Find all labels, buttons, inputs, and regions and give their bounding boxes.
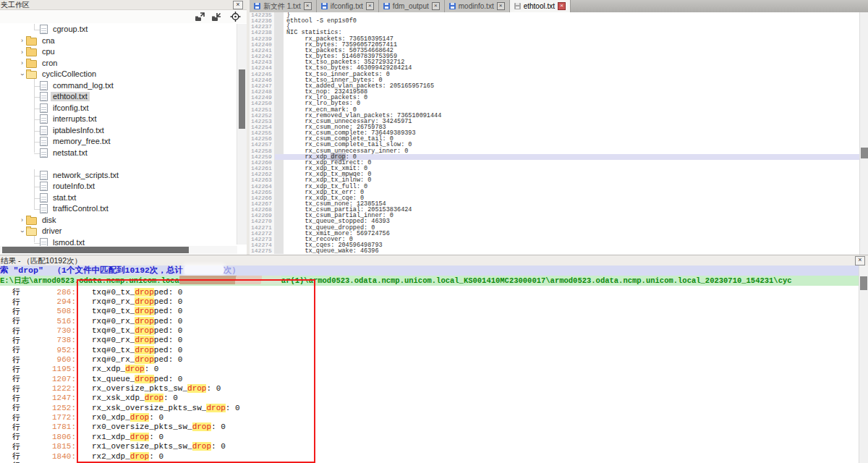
tree-item-cna[interactable]: ›cna [0,35,237,47]
result-rows: 行286:txq#0_tx_dropped: 0行294:rxq#0_rx_dr… [0,287,859,463]
tree-item-cgroup.txt[interactable]: cgroup.txt [0,24,237,35]
match-highlight: drop [130,433,149,441]
tab-close-icon[interactable]: × [497,2,505,10]
search-summary-line[interactable]: 索 "drop" （1个文件中匹配到10192次，总计次） [0,266,859,276]
row-line-number: 1772: [31,413,76,422]
chevron-collapsed-icon[interactable]: › [18,37,26,44]
row-line-number: 960: [31,355,76,364]
result-row[interactable]: 行286:txq#0_tx_dropped: 0 [0,287,859,297]
row-line-number: 738: [31,336,76,344]
results-close-button[interactable]: × [855,256,865,266]
row-line-number: 1806: [31,433,76,441]
tab-新文件 1.txt[interactable]: 新文件 1.txt× [250,0,317,12]
result-row[interactable]: 行1840:rx2_xdp_drop: 0 [0,451,859,461]
chevron-collapsed-icon[interactable]: › [18,59,26,67]
tab-close-icon[interactable]: × [366,2,374,10]
result-row[interactable]: 行1207:tx_queue_dropped: 0 [0,374,859,383]
match-highlight: drop [135,317,153,326]
result-row[interactable]: 行1781:rx0_oversize_pkts_sw_drop: 0 [0,422,859,432]
editor-line-text: { [284,24,859,30]
fold-margin [275,77,284,83]
editor-view[interactable]: 142235}142236ethtool -S enp1s0f0142237{1… [250,12,859,255]
tree-item-memory_free.txt[interactable]: memory_free.txt [0,136,237,148]
row-match-text: txq#0_tx_dropped: 0 [76,326,182,335]
result-row[interactable]: 行1222:rx_oversize_pkts_sw_drop: 0 [0,383,859,393]
fold-margin [275,201,284,207]
workspace-close-button[interactable]: × [233,1,243,9]
fold-margin [275,166,284,171]
tree-item-netstat.txt[interactable]: netstat.txt [0,148,237,159]
result-row[interactable]: 行960:rxq#0_rx_dropped: 0 [0,354,859,364]
tree-horizontal-scrollbar-thumb[interactable] [2,247,189,253]
tree-item-cpu[interactable]: ›cpu [0,46,237,58]
results-vertical-scrollbar[interactable] [859,266,868,463]
result-row[interactable]: 行516:rxq#0_rx_dropped: 0 [0,316,859,326]
tree-item-cron[interactable]: ›cron [0,58,237,69]
match-highlight: drop [135,297,153,306]
row-match-text: rx_xdp_drop: 0 [76,365,158,373]
tab-close-icon[interactable]: × [558,2,566,10]
file-icon [40,238,48,246]
chevron-expanded-icon[interactable]: › [19,70,26,78]
result-row[interactable]: 行508:txq#0_tx_dropped: 0 [0,307,859,316]
redaction-block [179,276,281,284]
chevron-collapsed-icon[interactable]: › [18,48,26,56]
result-row[interactable]: 行730:txq#0_tx_dropped: 0 [0,326,859,335]
tab-modinfo.txt[interactable]: modinfo.txt× [445,0,510,12]
result-row[interactable]: 行738:rxq#0_rx_dropped: 0 [0,336,859,345]
row-line-number: 952: [31,346,76,354]
editor-vertical-scrollbar[interactable] [859,12,868,255]
tree-item-routeInfo.txt[interactable]: routeInfo.txt [0,181,237,192]
result-row[interactable]: 行1772:rx0_xdp_drop: 0 [0,412,859,422]
row-match-text: rx1_oversize_pkts_sw_drop: 0 [76,442,226,451]
tab-close-icon[interactable]: × [432,2,440,10]
match-highlight: drop [206,404,225,412]
fold-margin [275,207,284,213]
editor-vertical-scrollbar-thumb[interactable] [861,148,868,158]
locate-file-icon[interactable] [229,11,242,22]
fold-margin [275,237,284,242]
workspace-tree: cgroup.txt›cna›cpu›cron›cyclicCollection… [0,24,237,246]
fold-margin [275,95,284,101]
folder-icon [26,228,37,236]
tree-item-network_scripts.txt[interactable]: network_scripts.txt [0,170,237,182]
tree-item-ifconfig.txt[interactable]: ifconfig.txt [0,103,237,114]
collapse-all-icon[interactable] [210,11,223,22]
chevron-expanded-icon[interactable]: › [19,227,26,235]
result-row[interactable]: 行1247:rx_xsk_xdp_drop: 0 [0,394,859,403]
tab-fdm_output[interactable]: fdm_output× [379,0,445,12]
result-row[interactable]: 行1815:rx1_oversize_pkts_sw_drop: 0 [0,442,859,451]
chevron-collapsed-icon[interactable]: › [18,216,26,224]
tab-close-icon[interactable]: × [304,2,312,10]
file-icon [40,171,48,180]
tree-item-lsmod.txt[interactable]: lsmod.txt [0,237,237,247]
tree-vertical-scrollbar[interactable] [237,24,247,245]
tree-item-trafficControl.txt[interactable]: trafficControl.txt [0,203,237,215]
result-file-path-line[interactable]: E:\日志\armod0523.odata.ncmp.unicom.locaar… [0,276,859,286]
result-row[interactable]: 行294:rxq#0_rx_dropped: 0 [0,297,859,306]
tree-item-label: cgroup.txt [51,25,90,34]
tree-vertical-scrollbar-thumb[interactable] [239,69,245,129]
tree-item-cyclicCollection[interactable]: ›cyclicCollection [0,69,237,80]
result-row[interactable]: 行1806:rx1_xdp_drop: 0 [0,432,859,441]
fold-margin [275,142,284,148]
tree-item-stat.txt[interactable]: stat.txt [0,192,237,204]
tab-ethtool.txt[interactable]: ethtool.txt× [510,0,571,12]
results-vertical-scrollbar-thumb[interactable] [860,276,867,290]
expand-all-icon[interactable] [194,11,206,22]
tree-item-driver[interactable]: ›driver [0,226,237,237]
row-line-number: 1195: [31,365,76,373]
tree-item-ethtool.txt[interactable]: ethtool.txt [0,91,237,103]
fold-margin [275,83,284,89]
fold-margin [275,231,284,237]
tree-item-command_log.txt[interactable]: command_log.txt [0,80,237,92]
fold-margin [275,190,284,195]
tree-item-interrupts.txt[interactable]: interrupts.txt [0,114,237,125]
tree-horizontal-scrollbar[interactable] [0,246,237,254]
result-row[interactable]: 行1195:rx_xdp_drop: 0 [0,365,859,374]
tree-item-disk[interactable]: ›disk [0,215,237,226]
tree-item-iptablesInfo.txt[interactable]: iptablesInfo.txt [0,125,237,137]
result-row[interactable]: 行1252:rx_xsk_oversize_pkts_sw_drop: 0 [0,403,859,412]
tab-ifconfig.txt[interactable]: ifconfig.txt× [317,0,379,12]
result-row[interactable]: 行952:txq#0_tx_dropped: 0 [0,345,859,354]
